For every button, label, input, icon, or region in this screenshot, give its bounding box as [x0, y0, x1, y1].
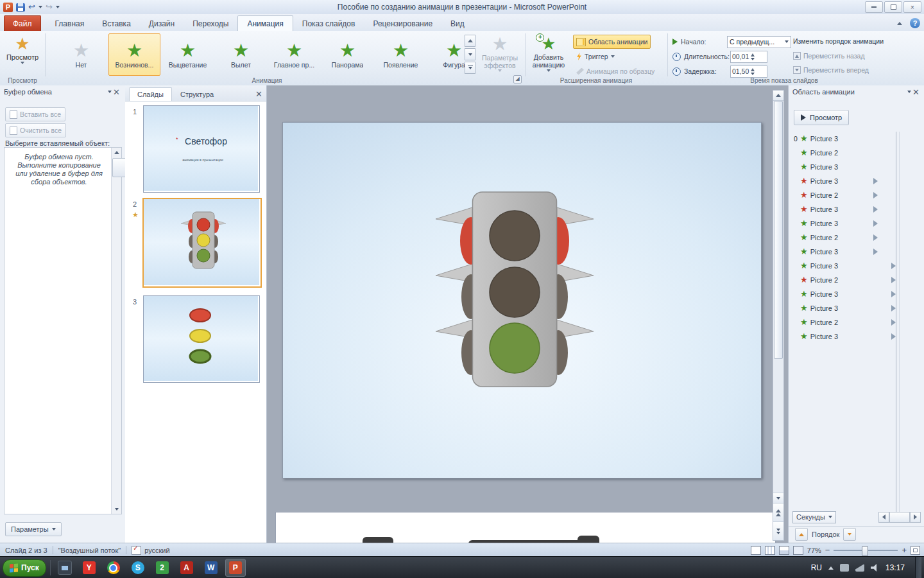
- animation-item[interactable]: Picture 2: [790, 188, 916, 202]
- show-desktop-button[interactable]: [915, 557, 921, 578]
- previous-slide-button[interactable]: [773, 503, 783, 521]
- tab-review[interactable]: Рецензирование: [364, 16, 441, 31]
- tab-transitions[interactable]: Переходы: [184, 16, 237, 31]
- slide-sorter-view-icon[interactable]: [765, 546, 775, 555]
- slideshow-view-icon[interactable]: [793, 546, 803, 555]
- animation-item[interactable]: Picture 3: [790, 160, 916, 174]
- current-slide[interactable]: [282, 122, 762, 478]
- animation-item[interactable]: Picture 3: [790, 329, 916, 344]
- scroll-down-icon[interactable]: [112, 504, 121, 514]
- slide-canvas[interactable]: [267, 85, 788, 543]
- slides-panel-close-icon[interactable]: ✕: [254, 90, 264, 98]
- gallery-item-floatin[interactable]: Главное пр...: [268, 33, 320, 76]
- notes-pane[interactable]: [275, 512, 776, 543]
- move-later-button[interactable]: Переместить вперед: [793, 66, 869, 74]
- language-status[interactable]: русский: [144, 547, 169, 554]
- animation-painter-button[interactable]: Анимация по образцу: [573, 64, 658, 78]
- trigger-button[interactable]: Триггер: [573, 49, 618, 64]
- reorder-up-button[interactable]: [795, 528, 808, 541]
- clipboard-options-button[interactable]: Параметры: [5, 522, 62, 536]
- move-earlier-button[interactable]: Переместить назад: [793, 52, 865, 60]
- tab-view[interactable]: Вид: [441, 16, 474, 31]
- animation-item[interactable]: Picture 3: [790, 174, 916, 188]
- scrollbar-thumb[interactable]: [774, 101, 783, 359]
- gallery-item-none[interactable]: Нет: [55, 33, 107, 76]
- close-button[interactable]: ×: [903, 1, 921, 13]
- timeline-scrollbar[interactable]: [878, 512, 921, 523]
- clock[interactable]: 13:17: [886, 563, 905, 572]
- tab-animations[interactable]: Анимация: [237, 15, 293, 31]
- tab-slides[interactable]: Слайды: [129, 87, 172, 101]
- animation-item[interactable]: Picture 2: [790, 146, 916, 160]
- spin-up-icon[interactable]: [751, 68, 755, 71]
- volume-icon[interactable]: [871, 564, 879, 572]
- taskbar-app-powerpoint[interactable]: P: [225, 559, 246, 577]
- effect-options-button[interactable]: Параметры эффектов: [480, 35, 520, 72]
- tab-design[interactable]: Дизайн: [140, 16, 184, 31]
- gallery-item-split[interactable]: Панорама: [321, 33, 373, 76]
- normal-view-icon[interactable]: [751, 546, 761, 555]
- start-button[interactable]: Пуск: [3, 559, 46, 577]
- reorder-down-button[interactable]: [843, 528, 856, 541]
- gallery-item-fade[interactable]: Выцветание: [162, 33, 214, 76]
- animation-item[interactable]: Picture 2: [790, 231, 916, 245]
- slide-thumbnail-2[interactable]: [142, 198, 262, 288]
- animation-pane-button[interactable]: Область анимации: [573, 35, 651, 49]
- fit-to-window-icon[interactable]: [911, 546, 920, 555]
- taskbar-app-skype[interactable]: S: [128, 559, 148, 577]
- reading-view-icon[interactable]: [779, 546, 789, 555]
- animation-item[interactable]: Picture 3: [790, 301, 916, 315]
- animation-item[interactable]: Picture 3: [790, 287, 916, 301]
- tab-insert[interactable]: Вставка: [93, 16, 140, 31]
- start-combobox[interactable]: С предыдущ...: [727, 36, 791, 48]
- duration-input[interactable]: 00,01: [730, 51, 767, 63]
- restore-button[interactable]: [884, 1, 902, 13]
- canvas-scrollbar[interactable]: [773, 90, 784, 541]
- zoom-level[interactable]: 77%: [807, 547, 821, 554]
- clear-all-button[interactable]: Очистить все: [5, 123, 66, 137]
- clipboard-scrollbar[interactable]: [111, 148, 121, 514]
- clipboard-list[interactable]: Буфер обмена пуст. Выполните копирование…: [4, 147, 122, 514]
- tab-outline[interactable]: Структура: [172, 87, 222, 101]
- taskbar-app-acrobat[interactable]: A: [176, 559, 197, 577]
- taskbar-app-computer[interactable]: [55, 559, 75, 577]
- animation-item[interactable]: Picture 3: [790, 202, 916, 216]
- spin-up-icon[interactable]: [751, 53, 755, 57]
- gallery-more-icon[interactable]: [465, 62, 475, 74]
- add-animation-button[interactable]: + Добавить анимацию: [529, 35, 569, 72]
- seconds-dropdown[interactable]: Секунды: [792, 511, 836, 523]
- animation-dialog-launcher-icon[interactable]: ◢: [513, 75, 522, 83]
- zoom-in-icon[interactable]: +: [902, 545, 907, 555]
- tab-file[interactable]: Файл: [4, 15, 41, 31]
- taskbar-app-maps[interactable]: 2: [152, 559, 173, 577]
- animation-item[interactable]: 0Picture 3: [790, 132, 916, 146]
- timeline-scroll-left-icon[interactable]: [878, 512, 889, 523]
- animation-item[interactable]: Picture 2: [790, 273, 916, 287]
- minimize-button[interactable]: [865, 1, 883, 13]
- spin-down-icon[interactable]: [751, 58, 755, 60]
- taskbar-app-word[interactable]: W: [201, 559, 221, 577]
- language-indicator[interactable]: RU: [811, 563, 822, 572]
- minimize-ribbon-icon[interactable]: [893, 17, 906, 29]
- taskbar-app-yandex[interactable]: Y: [79, 559, 99, 577]
- tab-slideshow[interactable]: Показ слайдов: [293, 16, 364, 31]
- tab-home[interactable]: Главная: [46, 16, 94, 31]
- next-slide-button[interactable]: [773, 521, 783, 540]
- spin-down-icon[interactable]: [751, 73, 755, 75]
- timeline-scroll-right-icon[interactable]: [910, 512, 921, 523]
- delay-input[interactable]: 01,50: [730, 66, 767, 78]
- network-icon[interactable]: [855, 564, 864, 572]
- zoom-slider-thumb[interactable]: [862, 546, 868, 556]
- slide-thumbnail-1[interactable]: * Светофор анимация в презентации: [143, 105, 260, 193]
- hidden-icons-chevron-icon[interactable]: [828, 566, 834, 570]
- animation-item[interactable]: Picture 3: [790, 259, 916, 273]
- traffic-light-graphic[interactable]: [283, 123, 761, 478]
- spellcheck-icon[interactable]: [132, 546, 141, 555]
- zoom-out-icon[interactable]: −: [825, 545, 830, 555]
- action-center-icon[interactable]: [840, 564, 849, 572]
- animation-pane-close-icon[interactable]: ✕: [911, 88, 921, 96]
- gallery-item-wipe[interactable]: Появление: [375, 33, 427, 76]
- gallery-item-flyin[interactable]: Вылет: [215, 33, 267, 76]
- preview-button[interactable]: Просмотр: [5, 35, 40, 64]
- play-animations-button[interactable]: Просмотр: [794, 110, 849, 125]
